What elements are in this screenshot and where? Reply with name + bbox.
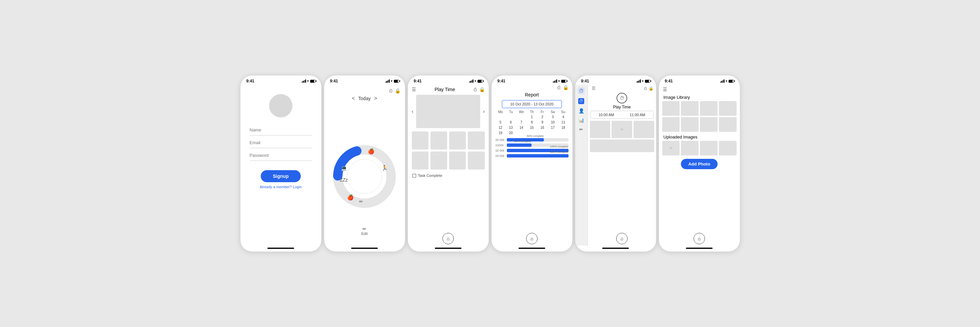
signup-button[interactable]: Signup — [261, 170, 301, 182]
playtime-screen: ☰ Play Time ⎙ 🔒 ‹ › Task Complete — [408, 85, 489, 246]
password-field[interactable] — [250, 150, 312, 161]
wifi-icon-6: ▾ — [725, 80, 727, 83]
svg-point-2 — [347, 159, 382, 194]
signal-icon-3 — [469, 80, 474, 83]
home-btn-container-4: ⌂ — [492, 230, 573, 246]
imglib-cell-2 — [681, 101, 698, 116]
phone-imglib: 9:41 ▾ ☰ Image Library Uploaded Images — [659, 75, 740, 252]
email-field[interactable] — [250, 137, 312, 148]
home-button-5[interactable]: ⌂ — [616, 233, 628, 244]
add-photo-button[interactable]: Add Photo — [681, 159, 718, 169]
print-icon-5: ⎙ — [644, 86, 647, 91]
pt2-logo: ⏱ — [588, 91, 656, 104]
upload-add-cell[interactable]: + — [662, 141, 680, 155]
pt2-time-bar: 10:00 AM 11:00 AM — [590, 111, 654, 119]
home-bar-2 — [351, 247, 378, 249]
signal-icon-4 — [553, 80, 557, 83]
pt2-add-icon[interactable]: + — [620, 126, 624, 133]
phone-radial: 9:41 ▾ ⎙ 🔒 < Today > — [324, 75, 406, 252]
home-button-4[interactable]: ⌂ — [526, 233, 538, 244]
svg-text:🏃: 🏃 — [381, 165, 388, 171]
battery-icon-6 — [729, 80, 734, 83]
sidebar-edit-icon[interactable]: ✏ — [579, 127, 583, 132]
status-time-6: 9:41 — [665, 79, 673, 83]
grid-cell-5 — [412, 152, 428, 169]
time-start: 10:00 AM — [598, 113, 614, 117]
phone-playtime2: 9:41 ▾ ⏱ ⏱ 👤 📊 ✏ ☰ ⎙ 🔒 ⏱ — [575, 75, 657, 252]
carousel-next[interactable]: › — [482, 108, 486, 115]
phone-report: 9:41 ▾ ⎙ 🔒 Report 10 Oct 2020 - 13 Oct 2… — [491, 75, 573, 252]
imglib-header: ☰ — [659, 87, 740, 92]
wifi-icon-2: ▾ — [391, 80, 393, 83]
battery-icon-3 — [477, 80, 483, 83]
print-icon: ⎙ — [390, 88, 392, 93]
status-time-3: 9:41 — [414, 79, 422, 83]
pt2-grid: + — [588, 119, 656, 152]
status-icons-5: ▾ — [636, 80, 650, 83]
time-end: 11:00 AM — [630, 113, 645, 117]
task-row: Task Complete — [408, 172, 489, 180]
signal-icon — [302, 80, 306, 83]
sidebar-chart-icon[interactable]: 📊 — [579, 118, 584, 123]
grid-cell-6 — [431, 152, 447, 169]
status-time-1: 9:41 — [247, 79, 255, 83]
pt2-bottom-row — [590, 139, 654, 152]
hamburger-icon-6[interactable]: ☰ — [663, 87, 667, 92]
lock-icon-4: 🔒 — [563, 85, 568, 90]
home-button-3[interactable]: ⌂ — [442, 233, 454, 244]
home-indicator-1 — [240, 246, 321, 252]
sidebar-active-icon[interactable]: ⏱ — [578, 98, 584, 104]
sidebar-person-icon[interactable]: 👤 — [579, 108, 584, 113]
prev-chevron[interactable]: < — [352, 96, 355, 101]
wifi-icon-3: ▾ — [474, 80, 476, 83]
home-indicator-5 — [575, 246, 656, 252]
home-bar-6 — [686, 247, 713, 249]
hamburger-icon-5[interactable]: ☰ — [590, 86, 595, 91]
battery-icon-2 — [394, 80, 399, 83]
imglib-cell-4 — [719, 101, 737, 116]
bar-row-4: 13 Oct 100% complete — [495, 154, 568, 158]
upload-cell-2 — [681, 141, 698, 155]
name-field[interactable] — [250, 125, 312, 136]
svg-text:🍎: 🍎 — [368, 148, 374, 155]
home-bar — [267, 247, 294, 249]
login-screen: Signup Already a member? Login — [240, 85, 321, 246]
home-indicator-2 — [324, 246, 405, 252]
radial-screen: ⎙ 🔒 < Today > ⏱ 🍎 🏃 ZZz — [324, 85, 405, 246]
report-title: Report — [492, 90, 573, 99]
lock-icon: 🔒 — [395, 88, 401, 93]
radial-chart: ⏱ 🍎 🏃 ZZz 🍎 ✏ 💻 — [331, 143, 398, 210]
hamburger-icon[interactable]: ☰ — [412, 87, 416, 92]
imglib-cell-6 — [681, 117, 698, 132]
status-icons-3: ▾ — [469, 80, 483, 83]
grid-cell-7 — [449, 152, 466, 169]
wifi-icon: ▾ — [307, 80, 309, 83]
status-bar-6: 9:41 ▾ — [659, 75, 740, 85]
sidebar-timer-icon[interactable]: ⏱ — [578, 88, 584, 94]
signal-icon-5 — [636, 80, 641, 83]
svg-text:ZZz: ZZz — [340, 177, 348, 182]
date-range-button[interactable]: 10 Oct 2020 - 13 Oct 2020 — [502, 100, 562, 108]
status-icons-2: ▾ — [385, 80, 399, 83]
timer-logo-icon: ⏱ — [617, 93, 627, 104]
imglib-cell-3 — [700, 101, 718, 116]
playtime2-main: ☰ ⎙ 🔒 ⏱ Play Time 10:00 AM 11:00 AM + — [588, 85, 656, 246]
playtime-grid — [408, 129, 489, 172]
status-icons-4: ▾ — [553, 80, 566, 83]
next-chevron[interactable]: > — [374, 96, 377, 101]
playtime-header: ☰ Play Time ⎙ 🔒 — [408, 85, 489, 93]
grid-cell-1 — [412, 131, 428, 150]
home-button-6[interactable]: ⌂ — [694, 233, 705, 244]
imglib-subtitle: Uploaded Images — [659, 132, 740, 141]
task-checkbox[interactable] — [412, 174, 416, 177]
playtime-carousel: ‹ › — [408, 93, 489, 129]
grid-cell-8 — [468, 152, 485, 169]
carousel-prev[interactable]: ‹ — [410, 108, 415, 115]
avatar — [269, 94, 293, 118]
upload-cell-3 — [700, 141, 718, 155]
status-icons-1: ▾ — [302, 80, 315, 83]
wifi-icon-4: ▾ — [558, 80, 560, 83]
home-bar-5 — [602, 247, 629, 249]
status-bar-5: 9:41 ▾ — [575, 75, 656, 85]
login-link[interactable]: Login — [293, 185, 302, 189]
